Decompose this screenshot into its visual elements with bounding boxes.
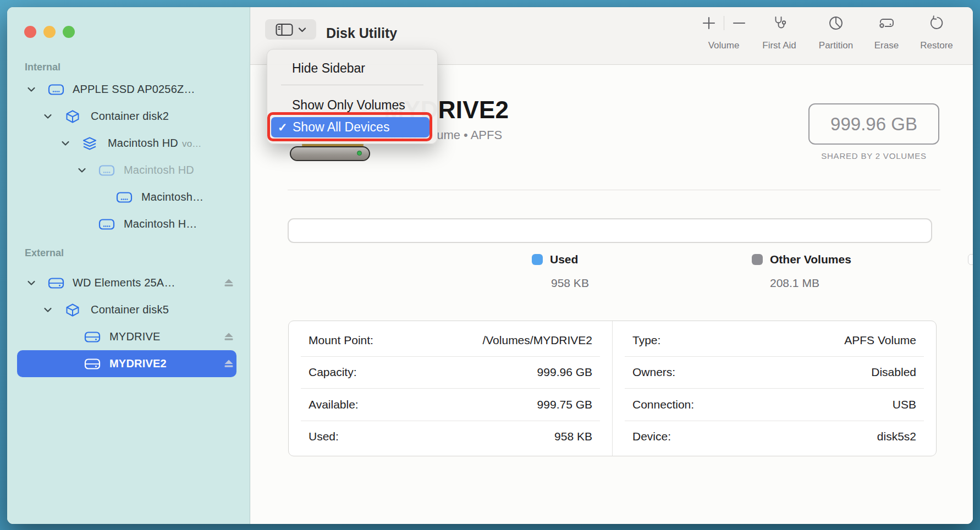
sidebar-item-mydrive[interactable]: MYDRIVE xyxy=(7,323,250,350)
menu-item-show-all-devices[interactable]: ✓ Show All Devices xyxy=(271,117,430,137)
truncated-suffix: vo… xyxy=(182,139,202,149)
disk-icon-dimmed xyxy=(98,164,115,176)
disk-icon xyxy=(116,191,133,203)
zoom-button[interactable] xyxy=(63,26,75,38)
detail-row-capacity: Capacity:999.96 GB xyxy=(301,357,600,389)
close-button[interactable] xyxy=(24,26,36,38)
detail-row-type: Type:APFS Volume xyxy=(625,324,924,357)
external-disk-icon xyxy=(84,358,101,370)
chevron-down-icon[interactable] xyxy=(27,87,36,92)
sidebar-item-apple-ssd[interactable]: APPLE SSD AP0256Z… xyxy=(7,76,250,103)
chevron-down-icon[interactable] xyxy=(27,280,36,286)
sidebar-item-macintosh-hd-group[interactable]: Macintosh HDvo… xyxy=(7,130,250,157)
other-volumes-swatch xyxy=(752,254,763,265)
chevron-down-icon[interactable] xyxy=(43,307,52,313)
sidebar-panel-icon xyxy=(276,23,293,36)
toolbar-unmount-button[interactable]: Unmount xyxy=(965,7,973,65)
eject-icon[interactable] xyxy=(223,278,235,288)
checkmark-icon: ✓ xyxy=(278,121,293,134)
sidebar-section-external: External xyxy=(25,247,64,259)
free-swatch xyxy=(968,254,973,265)
disk-icon xyxy=(98,218,115,230)
details-card: Mount Point:/Volumes/MYDRIVE2 Capacity:9… xyxy=(288,321,937,456)
used-swatch xyxy=(532,254,543,265)
toggle-sidebar-button[interactable] xyxy=(265,19,316,40)
sidebar-item-container-disk2[interactable]: Container disk2 xyxy=(7,103,250,130)
window-title: Disk Utility xyxy=(326,25,397,41)
pie-chart-icon xyxy=(828,15,844,31)
legend-used: Used xyxy=(532,253,578,266)
header-divider xyxy=(288,190,940,190)
chevron-down-icon xyxy=(298,27,306,32)
remove-volume-button[interactable] xyxy=(732,16,746,30)
sidebar-item-container-disk5[interactable]: Container disk5 xyxy=(7,296,250,323)
sidebar-section-internal: Internal xyxy=(25,62,60,73)
stethoscope-icon xyxy=(772,15,787,31)
desktop-background: { "app": { "title": "Disk Utility" }, "w… xyxy=(0,0,980,530)
eject-icon[interactable] xyxy=(223,332,235,342)
restore-arrow-icon xyxy=(929,15,944,31)
toolbar-restore-button[interactable]: Restore xyxy=(909,7,964,65)
container-box-icon xyxy=(65,109,80,124)
toolbar-partition-button[interactable]: Partition xyxy=(808,7,863,65)
divider xyxy=(724,16,724,30)
sidebar-item-mydrive2[interactable]: MYDRIVE2 xyxy=(7,350,250,377)
capacity-note: SHARED BY 2 VOLUMES xyxy=(808,151,939,161)
chevron-down-icon[interactable] xyxy=(61,141,70,146)
volume-stack-icon xyxy=(82,136,97,151)
minimize-button[interactable] xyxy=(43,26,56,38)
external-disk-icon xyxy=(48,277,64,289)
menu-separator xyxy=(281,85,423,85)
detail-row-connection: Connection:USB xyxy=(625,389,924,421)
toolbar-erase-button[interactable]: Erase xyxy=(859,7,914,65)
sidebar-item-macintosh-hd-volume[interactable]: Macintosh H… xyxy=(7,211,250,238)
erase-disk-icon xyxy=(878,16,895,30)
toolbar-first-aid-button[interactable]: First Aid xyxy=(752,7,807,65)
sidebar-item-wd-elements[interactable]: WD Elements 25A… xyxy=(7,269,250,296)
toolbar-volume-group: Volume xyxy=(696,7,751,65)
internal-disk-icon xyxy=(48,84,64,96)
sidebar-item-macintosh-hd-snapshot[interactable]: Macintosh HD xyxy=(7,157,250,184)
disk-utility-window: Internal APPLE SSD AP0256Z… Container di… xyxy=(7,7,973,524)
sidebar: Internal APPLE SSD AP0256Z… Container di… xyxy=(7,7,250,524)
chevron-down-icon[interactable] xyxy=(43,114,52,119)
container-box-icon xyxy=(65,303,80,317)
detail-row-used: Used:958 KB xyxy=(301,421,600,453)
detail-row-device: Device:disk5s2 xyxy=(625,421,924,453)
drive-led-indicator xyxy=(357,151,362,156)
menu-item-hide-sidebar[interactable]: Hide Sidebar xyxy=(271,57,434,79)
other-volumes-value: 208.1 MB xyxy=(770,277,819,290)
capacity-badge: 999.96 GB xyxy=(808,103,939,145)
sidebar-view-menu: Hide Sidebar Show Only Volumes ✓ Show Al… xyxy=(267,49,438,144)
detail-row-available: Available:999.75 GB xyxy=(301,389,600,421)
sidebar-item-macintosh-data[interactable]: Macintosh… xyxy=(7,184,250,211)
external-disk-icon xyxy=(84,331,101,343)
legend-free: Free xyxy=(968,253,973,266)
detail-row-owners: Owners:Disabled xyxy=(625,357,924,389)
legend-other-volumes: Other Volumes xyxy=(752,253,851,266)
capacity-bar xyxy=(288,218,932,243)
eject-icon[interactable] xyxy=(223,358,235,369)
detail-row-mount-point: Mount Point:/Volumes/MYDRIVE2 xyxy=(301,324,600,357)
add-volume-button[interactable] xyxy=(702,16,716,30)
chevron-down-icon[interactable] xyxy=(78,168,86,173)
used-value: 958 KB xyxy=(551,277,589,290)
menu-item-show-only-volumes[interactable]: Show Only Volumes xyxy=(271,94,434,116)
